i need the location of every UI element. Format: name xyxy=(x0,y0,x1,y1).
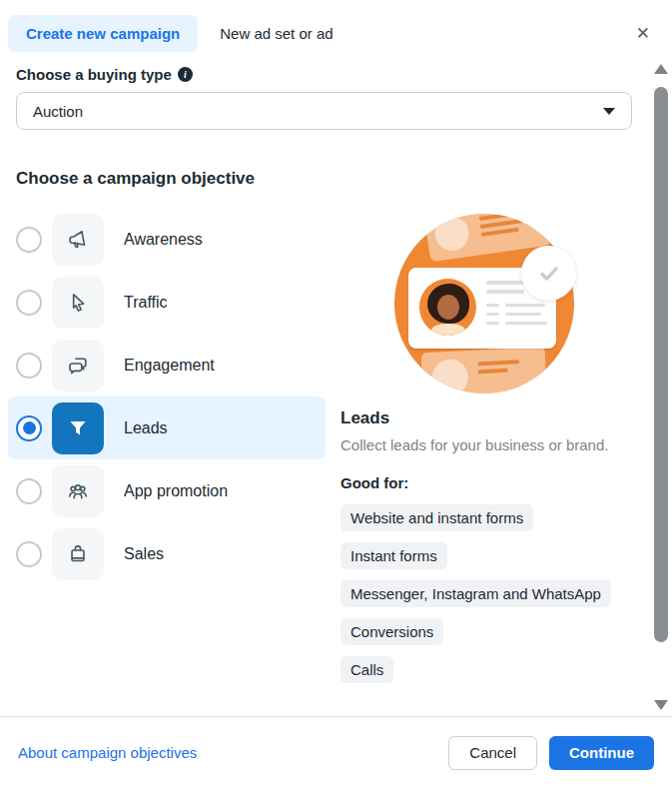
radio-app-promotion[interactable] xyxy=(16,478,42,504)
close-icon[interactable]: ✕ xyxy=(630,19,656,48)
cancel-button[interactable]: Cancel xyxy=(448,736,537,770)
cursor-icon xyxy=(52,277,104,329)
tab-new-ad-set-or-ad[interactable]: New ad set or ad xyxy=(220,25,333,42)
radio-sales[interactable] xyxy=(16,541,42,567)
good-for-tags: Website and instant forms Instant forms … xyxy=(340,504,632,683)
shopping-bag-icon xyxy=(52,528,104,580)
detail-description: Collect leads for your business or brand… xyxy=(340,434,622,455)
ghost-lines xyxy=(477,360,520,378)
detail-title: Leads xyxy=(340,408,632,428)
ghost-card-bottom xyxy=(421,347,548,394)
dialog-footer: About campaign objectives Cancel Continu… xyxy=(0,716,672,788)
ghost-avatar xyxy=(431,359,469,394)
buying-type-label-text: Choose a buying type xyxy=(16,66,172,83)
tag-conversions: Conversions xyxy=(340,618,443,645)
radio-leads-selected[interactable] xyxy=(16,415,42,441)
about-campaign-objectives-link[interactable]: About campaign objectives xyxy=(18,744,197,761)
objective-label: Awareness xyxy=(124,231,203,249)
tag-messenger-instagram-whatsapp: Messenger, Instagram and WhatsApp xyxy=(340,580,611,607)
objective-label: Leads xyxy=(124,419,168,437)
objective-label: Sales xyxy=(124,545,164,563)
objective-label: Traffic xyxy=(124,294,168,312)
radio-awareness[interactable] xyxy=(16,227,42,253)
radio-engagement[interactable] xyxy=(16,353,42,379)
good-for-label: Good for: xyxy=(340,474,632,491)
objective-row-leads[interactable]: Leads xyxy=(8,396,326,459)
dialog-header: Create new campaign New ad set or ad ✕ xyxy=(0,0,672,56)
objective-list: Awareness Traffic Engagement xyxy=(16,208,340,694)
objective-heading: Choose a campaign objective xyxy=(16,169,632,189)
tag-instant-forms: Instant forms xyxy=(340,542,447,569)
scroll-up-icon[interactable] xyxy=(654,64,668,74)
continue-button[interactable]: Continue xyxy=(549,736,654,770)
illustration-circle xyxy=(394,214,574,394)
chevron-down-icon xyxy=(603,108,615,115)
people-icon xyxy=(52,465,104,517)
leads-illustration xyxy=(394,214,578,397)
chat-bubbles-icon xyxy=(52,340,104,392)
ghost-avatar xyxy=(432,215,470,253)
objective-label: Engagement xyxy=(124,357,215,375)
avatar xyxy=(419,279,476,336)
buying-type-selected-value: Auction xyxy=(33,103,83,120)
funnel-icon xyxy=(52,402,104,454)
objective-row-sales[interactable]: Sales xyxy=(8,522,326,585)
tab-create-new-campaign[interactable]: Create new campaign xyxy=(8,15,198,52)
tag-calls: Calls xyxy=(340,656,393,683)
objective-row-awareness[interactable]: Awareness xyxy=(8,208,326,271)
tag-website-and-instant-forms: Website and instant forms xyxy=(340,504,533,531)
check-icon xyxy=(521,246,576,301)
objective-row-app-promotion[interactable]: App promotion xyxy=(8,459,326,522)
buying-type-select[interactable]: Auction xyxy=(16,92,632,130)
radio-traffic[interactable] xyxy=(16,290,42,316)
objective-detail-panel: Leads Collect leads for your business or… xyxy=(340,208,632,694)
buying-type-label: Choose a buying type i xyxy=(16,66,632,83)
megaphone-icon xyxy=(52,214,104,266)
objective-label: App promotion xyxy=(124,482,228,500)
scrollbar[interactable] xyxy=(652,58,670,713)
scrollbar-thumb[interactable] xyxy=(654,87,668,642)
objective-row-engagement[interactable]: Engagement xyxy=(8,334,326,396)
ghost-lines xyxy=(477,214,539,241)
info-icon[interactable]: i xyxy=(178,67,193,82)
scroll-down-icon[interactable] xyxy=(654,700,668,710)
dialog-body: Choose a buying type i Auction Choose a … xyxy=(0,66,672,694)
objective-row-traffic[interactable]: Traffic xyxy=(8,271,326,334)
